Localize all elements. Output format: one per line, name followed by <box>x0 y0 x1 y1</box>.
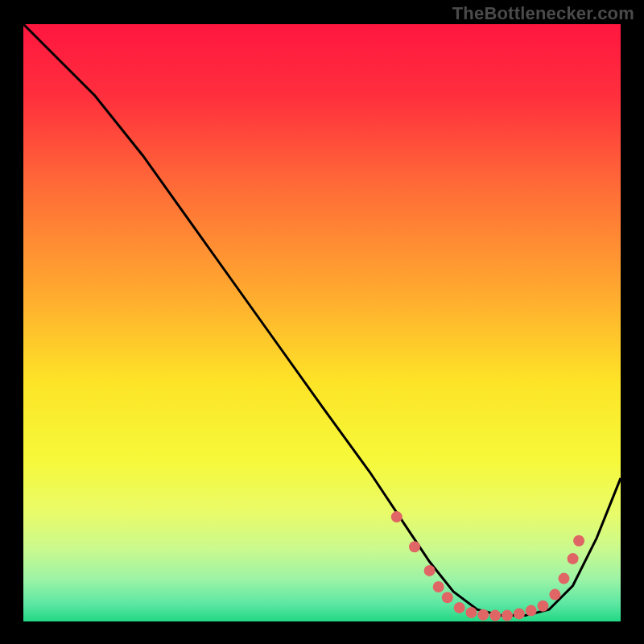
marker-point <box>424 565 436 576</box>
marker-point <box>538 601 549 612</box>
marker-point <box>433 581 444 592</box>
chart-svg <box>23 24 621 621</box>
marker-point <box>573 535 584 547</box>
marker-point <box>454 602 465 613</box>
gradient-background <box>23 24 621 621</box>
marker-point <box>559 573 570 584</box>
marker-point <box>391 511 402 522</box>
marker-point <box>466 607 477 618</box>
marker-point <box>502 610 513 621</box>
marker-point <box>526 605 537 617</box>
marker-point <box>568 553 579 564</box>
marker-point <box>409 541 420 552</box>
marker-point <box>477 609 489 621</box>
marker-point <box>514 608 525 619</box>
marker-point <box>489 610 501 621</box>
marker-point <box>549 589 560 601</box>
marker-point <box>442 592 453 603</box>
attribution-text: TheBottlenecker.com <box>452 3 634 24</box>
plot-area <box>23 24 621 621</box>
chart-frame: TheBottlenecker.com <box>0 0 644 644</box>
